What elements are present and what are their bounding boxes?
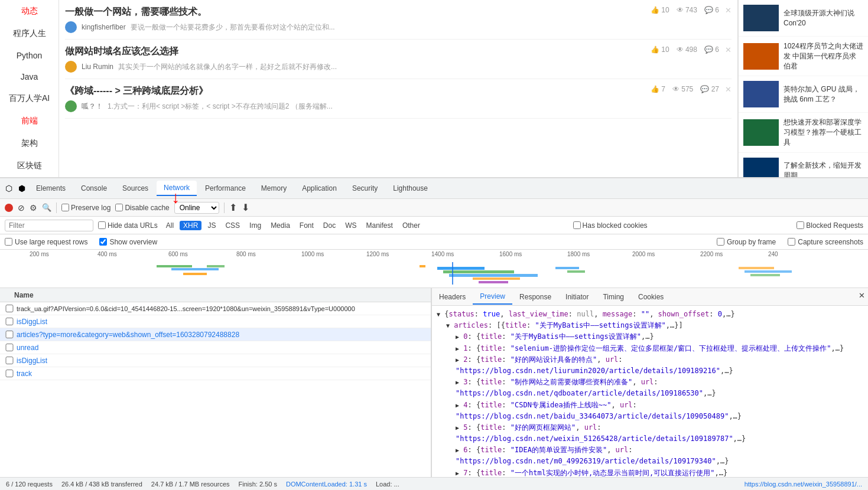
capture-screenshots-checkbox[interactable] bbox=[788, 238, 795, 246]
disable-cache-checkbox[interactable] bbox=[115, 204, 123, 211]
sidebar-item-java[interactable]: Java bbox=[0, 66, 58, 87]
sidebar-item-ai[interactable]: 百万人学AI bbox=[0, 87, 58, 110]
detail-content[interactable]: {status: true, last_view_time: null, mes… bbox=[432, 306, 868, 477]
devtools-icon-cursor[interactable]: ⬡ bbox=[3, 182, 15, 194]
right-item-1[interactable]: 1024程序员节之向大佬进发 中国第一代程序员求伯君 bbox=[739, 37, 868, 76]
preserve-log-label[interactable]: Preserve log bbox=[61, 204, 110, 212]
record-button[interactable] bbox=[5, 204, 13, 212]
request-name-0[interactable]: track_ua.gif?APIVersion=0.6.0&cid=10_454… bbox=[17, 305, 426, 312]
row-checkbox-3[interactable] bbox=[5, 344, 14, 351]
disable-cache-label[interactable]: Disable cache bbox=[115, 204, 169, 212]
request-name-2[interactable]: articles?type=more&category=web&shown_of… bbox=[17, 331, 426, 339]
article-title-3[interactable]: 《跨域------ > 三种跨域底层分析》 bbox=[65, 85, 651, 97]
table-row[interactable]: track bbox=[0, 367, 431, 380]
table-row[interactable]: articles?type=more&category=web&shown_of… bbox=[0, 328, 431, 341]
row-checkbox-1[interactable] bbox=[5, 318, 14, 325]
json-toggle-0[interactable] bbox=[437, 310, 440, 318]
row-checkbox-2[interactable] bbox=[5, 331, 14, 338]
filter-tag-media[interactable]: Media bbox=[267, 221, 294, 230]
import-button[interactable]: ⬆ bbox=[229, 202, 237, 213]
article-close-2[interactable]: ✕ bbox=[725, 45, 732, 54]
tab-application[interactable]: Application bbox=[295, 181, 344, 195]
json-toggle-9[interactable] bbox=[456, 469, 459, 477]
filter-tag-doc[interactable]: Doc bbox=[320, 221, 339, 230]
table-row[interactable]: track_ua.gif?APIVersion=0.6.0&cid=10_454… bbox=[0, 302, 431, 315]
has-blocked-cookies-label[interactable]: Has blocked cookies bbox=[573, 221, 648, 230]
group-by-frame-option[interactable]: Group by frame bbox=[717, 238, 776, 246]
sidebar-item-jiagou[interactable]: 架构 bbox=[0, 132, 58, 155]
filter-tag-js[interactable]: JS bbox=[204, 221, 219, 230]
show-overview-checkbox[interactable] bbox=[99, 238, 107, 246]
blocked-requests-checkbox[interactable] bbox=[797, 221, 804, 229]
hide-data-urls-label[interactable]: Hide data URLs bbox=[98, 221, 158, 230]
hide-data-urls-checkbox[interactable] bbox=[98, 221, 106, 229]
request-name-1[interactable]: isDiggList bbox=[17, 318, 426, 326]
detail-close-button[interactable]: ✕ bbox=[859, 291, 865, 300]
export-button[interactable]: ⬇ bbox=[242, 202, 249, 213]
tab-memory[interactable]: Memory bbox=[254, 181, 294, 195]
article-title-1[interactable]: 一般做一个网站，需要哪些技术。 bbox=[65, 6, 651, 18]
footer-url[interactable]: https://blog.csdn.net/weixin_35958891/..… bbox=[745, 481, 862, 488]
row-checkbox-5[interactable] bbox=[5, 370, 14, 377]
right-item-2[interactable]: 英特尔加入 GPU 战局，挑战 6nm 工艺？ bbox=[739, 76, 868, 113]
clear-button[interactable]: ⊘ bbox=[18, 203, 25, 213]
large-rows-checkbox[interactable] bbox=[5, 238, 12, 246]
sidebar-item-frontend[interactable]: 前端 bbox=[0, 110, 58, 132]
filter-tag-font[interactable]: Font bbox=[296, 221, 317, 230]
request-name-5[interactable]: track bbox=[17, 370, 426, 378]
preserve-log-checkbox[interactable] bbox=[61, 204, 69, 211]
sidebar-item-blockchain[interactable]: 区块链 bbox=[0, 155, 58, 177]
table-row[interactable]: isDiggList bbox=[0, 354, 431, 367]
tab-elements[interactable]: Elements bbox=[29, 181, 73, 195]
blocked-requests-label[interactable]: Blocked Requests bbox=[797, 221, 863, 230]
filter-icon[interactable]: ⚙ bbox=[30, 203, 37, 213]
json-toggle-4[interactable] bbox=[456, 355, 459, 364]
filter-tag-css[interactable]: CSS bbox=[222, 221, 243, 230]
search-button[interactable]: 🔍 bbox=[42, 203, 51, 212]
article-close-1[interactable]: ✕ bbox=[725, 6, 732, 15]
row-checkbox-0[interactable] bbox=[5, 305, 14, 312]
detail-tab-cookies[interactable]: Cookies bbox=[631, 290, 671, 304]
tab-sources[interactable]: Sources bbox=[115, 181, 155, 195]
detail-tab-headers[interactable]: Headers bbox=[432, 290, 473, 304]
tab-lighthouse[interactable]: Lighthouse bbox=[386, 181, 435, 195]
right-item-0[interactable]: 全球顶级开源大神们说 Con'20 bbox=[739, 0, 868, 37]
json-toggle-7[interactable] bbox=[456, 423, 459, 432]
filter-tag-xhr[interactable]: XHR bbox=[180, 221, 201, 230]
filter-tag-ws[interactable]: WS bbox=[342, 221, 360, 230]
filter-tag-manifest[interactable]: Manifest bbox=[363, 221, 396, 230]
throttle-select[interactable]: Online Fast 3G Slow 3G Offline bbox=[174, 202, 219, 214]
json-toggle-6[interactable] bbox=[456, 401, 459, 409]
has-blocked-cookies-checkbox[interactable] bbox=[573, 221, 581, 229]
detail-tab-response[interactable]: Response bbox=[512, 290, 558, 304]
tab-console[interactable]: Console bbox=[74, 181, 114, 195]
tab-performance[interactable]: Performance bbox=[198, 181, 253, 195]
detail-tab-preview[interactable]: Preview bbox=[473, 289, 512, 305]
json-toggle-1[interactable] bbox=[446, 321, 450, 329]
json-toggle-8[interactable] bbox=[456, 446, 459, 454]
table-row[interactable]: unread bbox=[0, 341, 431, 354]
detail-tab-timing[interactable]: Timing bbox=[596, 290, 631, 304]
table-row[interactable]: isDiggList bbox=[0, 315, 431, 328]
article-title-2[interactable]: 做网站时域名应该怎么选择 bbox=[65, 45, 651, 58]
filter-tag-img[interactable]: Img bbox=[246, 221, 265, 230]
right-item-3[interactable]: 想快速开发和部署深度学习模型？推荐一个硬核工具 bbox=[739, 113, 868, 152]
article-close-3[interactable]: ✕ bbox=[725, 85, 732, 94]
filter-input[interactable] bbox=[5, 220, 93, 231]
footer-url-link[interactable]: https://blog.csdn.net/weixin_35958891/..… bbox=[745, 481, 862, 488]
filter-tag-other[interactable]: Other bbox=[399, 221, 424, 230]
sidebar-item-dongtai[interactable]: 动态 bbox=[0, 0, 58, 22]
json-toggle-3[interactable] bbox=[456, 344, 459, 352]
capture-screenshots-option[interactable]: Capture screenshots bbox=[788, 238, 863, 246]
detail-tab-initiator[interactable]: Initiator bbox=[558, 290, 596, 304]
sidebar-item-python[interactable]: Python bbox=[0, 45, 58, 66]
request-name-4[interactable]: isDiggList bbox=[17, 357, 426, 365]
tab-security[interactable]: Security bbox=[345, 181, 385, 195]
devtools-icon-split[interactable]: ⬢ bbox=[16, 182, 28, 194]
row-checkbox-4[interactable] bbox=[5, 357, 14, 364]
group-by-frame-checkbox[interactable] bbox=[717, 238, 724, 246]
filter-tag-all[interactable]: All bbox=[162, 221, 177, 230]
json-toggle-2[interactable] bbox=[456, 332, 459, 341]
show-overview-option[interactable]: Show overview bbox=[99, 238, 157, 246]
request-name-3[interactable]: unread bbox=[17, 344, 426, 352]
